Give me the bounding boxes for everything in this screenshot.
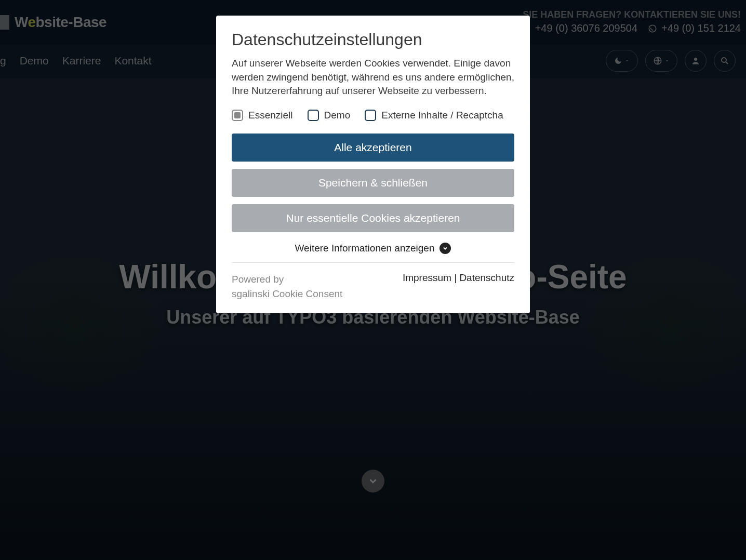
datenschutz-link[interactable]: Datenschutz — [459, 272, 514, 283]
footer-links: Impressum | Datenschutz — [403, 272, 514, 284]
checkbox-icon[interactable] — [365, 110, 376, 121]
modal-description: Auf unserer Webseite werden Cookies verw… — [232, 57, 514, 98]
checkbox-label: Essenziell — [248, 110, 293, 121]
more-info-toggle[interactable]: Weitere Informationen anzeigen — [232, 239, 514, 262]
essential-only-button[interactable]: Nur essentielle Cookies akzeptieren — [232, 204, 514, 232]
checkbox-icon[interactable] — [308, 110, 319, 121]
impressum-link[interactable]: Impressum — [403, 272, 451, 283]
save-close-button[interactable]: Speichern & schließen — [232, 169, 514, 197]
checkbox-label: Demo — [324, 110, 351, 121]
accept-all-button[interactable]: Alle akzeptieren — [232, 134, 514, 162]
checkbox-row: Essenziell Demo Externe Inhalte / Recapt… — [232, 110, 514, 121]
modal-title: Datenschutzeinstellungen — [232, 30, 514, 49]
powered-by: Powered by sgalinski Cookie Consent — [232, 272, 342, 302]
checkbox-label: Externe Inhalte / Recaptcha — [381, 110, 503, 121]
more-info-label: Weitere Informationen anzeigen — [295, 243, 435, 254]
modal-footer: Powered by sgalinski Cookie Consent Impr… — [232, 262, 514, 302]
chevron-down-circle-icon — [439, 243, 451, 254]
checkbox-externe[interactable]: Externe Inhalte / Recaptcha — [365, 110, 503, 121]
checkbox-icon — [232, 110, 243, 121]
cookie-consent-modal: Datenschutzeinstellungen Auf unserer Web… — [216, 16, 530, 313]
checkbox-essenziell: Essenziell — [232, 110, 293, 121]
checkbox-demo[interactable]: Demo — [308, 110, 351, 121]
powered-by-link[interactable]: sgalinski Cookie Consent — [232, 287, 342, 302]
